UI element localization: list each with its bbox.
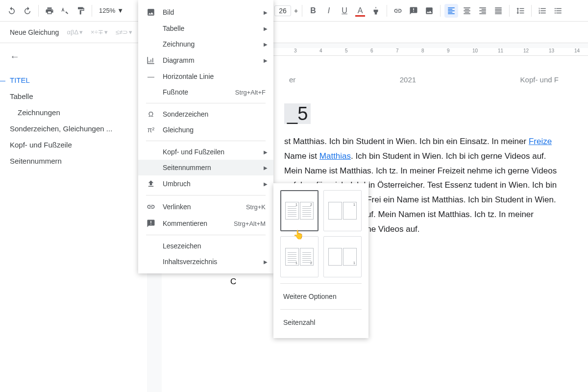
outline-panel: ← TITEL Tabelle Zeichnungen Sonderzeiche… xyxy=(0,43,147,392)
outline-item[interactable]: Seitennummern xyxy=(10,153,137,169)
menu-inhalt[interactable]: Inhaltsverzeichnis▶ xyxy=(138,254,273,270)
insert-menu: Bild▶ Tabelle▶ Zeichnung▶ Diagramm▶ —Hor… xyxy=(138,0,273,273)
highlight-button[interactable] xyxy=(369,4,383,18)
link-button[interactable] xyxy=(391,4,405,18)
redo-button[interactable] xyxy=(21,4,34,18)
new-equation-button[interactable]: Neue Gleichung xyxy=(10,28,59,36)
menu-sonderzeichen[interactable]: ΩSonderzeichen xyxy=(138,106,273,122)
outline-item[interactable]: Sonderzeichen, Gleichungen ... xyxy=(10,121,137,137)
pn-more-options[interactable]: Weitere Optionen xyxy=(280,288,362,305)
menu-diagramm[interactable]: Diagramm▶ xyxy=(138,52,273,69)
pn-option-header-all[interactable]: 1 2 xyxy=(280,190,318,231)
zoom-select[interactable]: 125% ▼ xyxy=(96,7,126,14)
menu-zeichnung[interactable]: Zeichnung▶ xyxy=(138,36,273,52)
equation-toolbar: Neue Gleichung αβΔ ▾ ×÷∓ ▾ ≤≠⊃ ▾ xyxy=(0,22,588,43)
print-button[interactable] xyxy=(43,4,56,18)
menu-lesezeichen[interactable]: Lesezeichen xyxy=(138,238,273,254)
menu-tabelle[interactable]: Tabelle▶ xyxy=(138,21,273,36)
align-justify-button[interactable] xyxy=(491,4,505,18)
menu-bild[interactable]: Bild▶ xyxy=(138,4,273,21)
align-left-button[interactable] xyxy=(444,4,458,18)
italic-button[interactable]: I xyxy=(322,4,336,18)
menu-verlinken[interactable]: VerlinkenStrg+K xyxy=(138,198,273,215)
pn-page-count[interactable]: Seitenzahl xyxy=(280,314,362,331)
menu-seitennummern[interactable]: Seitennummern▶ xyxy=(138,160,273,175)
outline-back-button[interactable]: ← xyxy=(10,51,137,62)
page-numbers-submenu: 1 2 1 1 2 1 Weitere Optionen Seitenzahl xyxy=(273,183,368,338)
outline-title[interactable]: TITEL xyxy=(10,72,137,88)
align-right-button[interactable] xyxy=(476,4,490,18)
image-button[interactable] xyxy=(422,4,436,18)
align-center-button[interactable] xyxy=(460,4,474,18)
outline-item[interactable]: Zeichnungen xyxy=(10,104,137,121)
greek-letters-button[interactable]: αβΔ ▾ xyxy=(67,28,83,36)
main-toolbar: 125% ▼ − 26 + B I U A xyxy=(0,0,588,22)
menu-umbruch[interactable]: Umbruch▶ xyxy=(138,175,273,192)
paint-format-button[interactable] xyxy=(74,4,88,18)
outline-item[interactable]: Kopf- und Fußzeile xyxy=(10,137,137,153)
bulleted-list-button[interactable] xyxy=(551,4,565,18)
menu-fussnote[interactable]: FußnoteStrg+Alt+F xyxy=(138,84,273,100)
line-spacing-button[interactable] xyxy=(514,4,527,18)
menu-kommentieren[interactable]: KommentierenStrg+Alt+M xyxy=(138,215,273,232)
undo-button[interactable] xyxy=(5,4,19,18)
outline-item[interactable]: Tabelle xyxy=(10,88,137,104)
underline-button[interactable]: U xyxy=(338,4,351,18)
spellcheck-button[interactable] xyxy=(58,4,72,18)
menu-hline[interactable]: —Horizontale Linie xyxy=(138,69,273,84)
pn-option-header-skip[interactable]: 1 xyxy=(323,190,362,231)
operators-button[interactable]: ×÷∓ ▾ xyxy=(91,28,108,36)
menu-gleichung[interactable]: π²Gleichung xyxy=(138,122,273,138)
pn-option-footer-skip[interactable]: 1 xyxy=(323,236,362,277)
comment-button[interactable] xyxy=(407,4,420,18)
menu-kopf[interactable]: Kopf- und Fußzeilen▶ xyxy=(138,144,273,160)
pn-option-footer-all[interactable]: 1 2 xyxy=(280,236,318,277)
bold-button[interactable]: B xyxy=(306,4,320,18)
numbered-list-button[interactable] xyxy=(536,4,549,18)
text-color-button[interactable]: A xyxy=(353,4,367,18)
document-title[interactable]: _5 xyxy=(284,103,559,124)
relations-button[interactable]: ≤≠⊃ ▾ xyxy=(116,28,132,36)
